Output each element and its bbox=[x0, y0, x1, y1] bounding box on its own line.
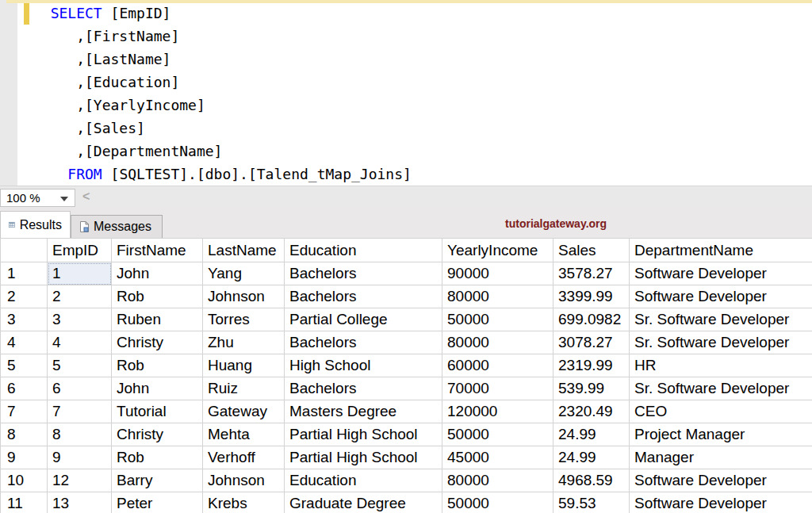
grid-cell[interactable]: 13 bbox=[48, 492, 112, 513]
grid-cell[interactable]: Barry bbox=[112, 469, 203, 492]
row-header[interactable]: 8 bbox=[1, 423, 48, 446]
row-header[interactable]: 11 bbox=[1, 492, 48, 513]
row-header[interactable]: 10 bbox=[1, 469, 48, 492]
grid-cell[interactable]: Zhu bbox=[203, 331, 285, 354]
column-header-education[interactable]: Education bbox=[285, 239, 442, 262]
grid-cell[interactable]: Manager bbox=[630, 446, 812, 469]
sql-code[interactable]: SELECT [EmpID] ,[FirstName] ,[LastName] … bbox=[33, 2, 412, 186]
grid-cell[interactable]: Bachelors bbox=[285, 262, 442, 285]
grid-cell[interactable]: 90000 bbox=[442, 262, 553, 285]
column-header-sales[interactable]: Sales bbox=[553, 239, 630, 262]
grid-cell[interactable]: Ruben bbox=[112, 308, 203, 331]
grid-cell[interactable]: Partial High School bbox=[285, 423, 442, 446]
hscroll-left-arrow-icon[interactable]: < bbox=[82, 190, 90, 204]
tab-results[interactable]: Results bbox=[0, 211, 71, 238]
grid-cell[interactable]: 2 bbox=[48, 285, 112, 308]
grid-cell[interactable]: 24.99 bbox=[553, 446, 630, 469]
row-header[interactable]: 6 bbox=[1, 377, 48, 400]
grid-cell[interactable]: Partial High School bbox=[285, 446, 442, 469]
column-header-firstname[interactable]: FirstName bbox=[112, 239, 203, 262]
column-header-yearlyincome[interactable]: YearlyIncome bbox=[442, 239, 553, 262]
grid-cell[interactable]: 4 bbox=[48, 331, 112, 354]
grid-cell[interactable]: John bbox=[112, 262, 203, 285]
grid-cell[interactable]: Sr. Software Developer bbox=[630, 308, 812, 331]
grid-cell[interactable]: Software Developer bbox=[630, 262, 812, 285]
grid-cell[interactable]: Software Developer bbox=[630, 285, 812, 308]
grid-cell[interactable]: Mehta bbox=[203, 423, 285, 446]
grid-cell[interactable]: Peter bbox=[112, 492, 203, 513]
sql-editor[interactable]: SELECT [EmpID] ,[FirstName] ,[LastName] … bbox=[0, 0, 812, 186]
grid-cell[interactable]: Bachelors bbox=[285, 331, 442, 354]
grid-cell[interactable]: 539.99 bbox=[553, 377, 630, 400]
grid-cell[interactable]: 50000 bbox=[442, 423, 553, 446]
row-header[interactable]: 1 bbox=[1, 262, 48, 285]
grid-corner-cell[interactable] bbox=[1, 239, 48, 262]
grid-cell[interactable]: 2319.99 bbox=[553, 354, 630, 377]
zoom-level-dropdown[interactable]: 100 % bbox=[0, 189, 75, 207]
row-header[interactable]: 5 bbox=[1, 354, 48, 377]
grid-cell[interactable]: Yang bbox=[203, 262, 285, 285]
grid-cell[interactable]: 3578.27 bbox=[553, 262, 630, 285]
grid-cell[interactable]: HR bbox=[630, 354, 812, 377]
grid-cell[interactable]: Tutorial bbox=[112, 400, 203, 423]
grid-cell[interactable]: Krebs bbox=[203, 492, 285, 513]
grid-cell[interactable]: Project Manager bbox=[630, 423, 812, 446]
grid-cell[interactable]: 8 bbox=[48, 423, 112, 446]
grid-cell[interactable]: 50000 bbox=[442, 308, 553, 331]
grid-cell[interactable]: Sr. Software Developer bbox=[630, 377, 812, 400]
column-header-departmentname[interactable]: DepartmentName bbox=[630, 239, 812, 262]
grid-cell[interactable]: 7 bbox=[48, 400, 112, 423]
row-header[interactable]: 9 bbox=[1, 446, 48, 469]
grid-cell[interactable]: 5 bbox=[48, 354, 112, 377]
row-header[interactable]: 3 bbox=[1, 308, 48, 331]
grid-cell[interactable]: Rob bbox=[112, 446, 203, 469]
column-header-empid[interactable]: EmpID bbox=[48, 239, 112, 262]
grid-cell[interactable]: 3078.27 bbox=[553, 331, 630, 354]
grid-cell[interactable]: 50000 bbox=[442, 492, 553, 513]
grid-cell[interactable]: 24.99 bbox=[553, 423, 630, 446]
grid-cell[interactable]: Ruiz bbox=[203, 377, 285, 400]
grid-cell[interactable]: Masters Degree bbox=[285, 400, 442, 423]
grid-cell[interactable]: 80000 bbox=[442, 331, 553, 354]
grid-cell[interactable]: Verhoff bbox=[203, 446, 285, 469]
grid-cell[interactable]: 59.53 bbox=[553, 492, 630, 513]
grid-cell[interactable]: 4968.59 bbox=[553, 469, 630, 492]
grid-cell[interactable]: Johnson bbox=[203, 285, 285, 308]
grid-cell[interactable]: 699.0982 bbox=[553, 308, 630, 331]
row-header[interactable]: 2 bbox=[1, 285, 48, 308]
grid-cell[interactable]: 6 bbox=[48, 377, 112, 400]
grid-cell[interactable]: Bachelors bbox=[285, 377, 442, 400]
grid-cell[interactable]: 80000 bbox=[442, 469, 553, 492]
grid-cell[interactable]: 80000 bbox=[442, 285, 553, 308]
tab-messages[interactable]: Messages bbox=[71, 215, 163, 238]
grid-cell[interactable]: 3 bbox=[48, 308, 112, 331]
grid-cell[interactable]: Software Developer bbox=[630, 492, 812, 513]
grid-cell[interactable]: CEO bbox=[630, 400, 812, 423]
grid-cell[interactable]: Rob bbox=[112, 354, 203, 377]
grid-cell[interactable]: Education bbox=[285, 469, 442, 492]
grid-cell[interactable]: Christy bbox=[112, 423, 203, 446]
row-header[interactable]: 7 bbox=[1, 400, 48, 423]
grid-cell[interactable]: Graduate Degree bbox=[285, 492, 442, 513]
grid-cell[interactable]: 3399.99 bbox=[553, 285, 630, 308]
grid-cell[interactable]: Rob bbox=[112, 285, 203, 308]
grid-cell[interactable]: 9 bbox=[48, 446, 112, 469]
grid-cell[interactable]: 45000 bbox=[442, 446, 553, 469]
row-header[interactable]: 4 bbox=[1, 331, 48, 354]
grid-cell[interactable]: 70000 bbox=[442, 377, 553, 400]
grid-cell[interactable]: Huang bbox=[203, 354, 285, 377]
grid-cell[interactable]: Bachelors bbox=[285, 285, 442, 308]
grid-cell[interactable]: Torres bbox=[203, 308, 285, 331]
grid-cell[interactable]: 60000 bbox=[442, 354, 553, 377]
grid-cell[interactable]: 12 bbox=[48, 469, 112, 492]
column-header-lastname[interactable]: LastName bbox=[203, 239, 285, 262]
grid-cell[interactable]: Johnson bbox=[203, 469, 285, 492]
grid-cell[interactable]: High School bbox=[285, 354, 442, 377]
grid-cell[interactable]: Christy bbox=[112, 331, 203, 354]
grid-cell[interactable]: John bbox=[112, 377, 203, 400]
grid-cell[interactable]: Gateway bbox=[203, 400, 285, 423]
grid-cell[interactable]: 120000 bbox=[442, 400, 553, 423]
grid-cell[interactable]: Software Developer bbox=[630, 469, 812, 492]
grid-cell[interactable]: Sr. Software Developer bbox=[630, 331, 812, 354]
grid-cell[interactable]: 1 bbox=[48, 262, 112, 285]
